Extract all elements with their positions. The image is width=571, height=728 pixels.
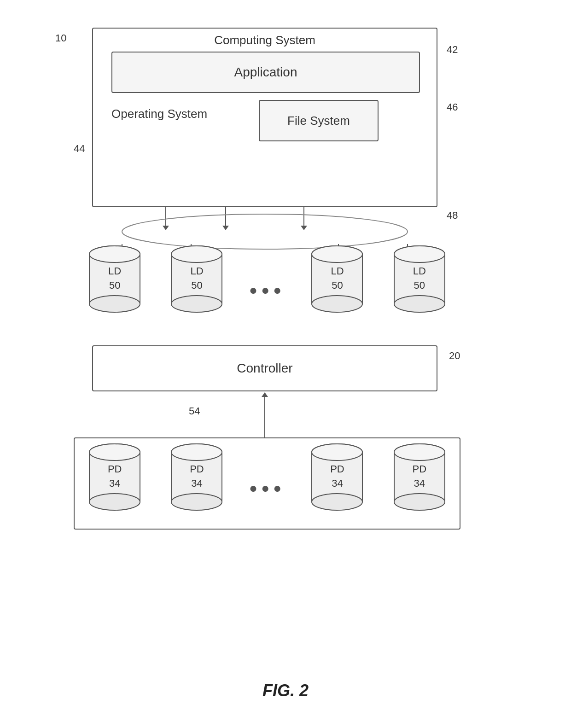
- pd-dots: ●●●: [249, 480, 285, 496]
- controller-box: Controller: [92, 345, 437, 391]
- svg-marker-22: [262, 392, 268, 397]
- svg-point-30: [171, 296, 222, 312]
- file-system-box: File System: [259, 100, 379, 141]
- pd-cylinders-row: PD34 PD34 ●●● PD34: [74, 442, 460, 511]
- svg-marker-10: [301, 226, 307, 230]
- diagram: Computing System Application Operating S…: [46, 18, 525, 672]
- svg-point-50: [312, 494, 362, 510]
- ref-48: 48: [447, 210, 458, 221]
- svg-point-46: [171, 494, 222, 510]
- svg-point-31: [171, 246, 222, 262]
- ld-cylinder-1: LD50: [85, 244, 145, 313]
- ld-cylinder-2: LD50: [167, 244, 227, 313]
- svg-point-27: [89, 246, 140, 262]
- ld-dots: ●●●: [249, 282, 285, 298]
- svg-point-54: [394, 494, 445, 510]
- pd-cylinder-2: PD34: [167, 442, 227, 511]
- pd-cylinder-3: PD34: [307, 442, 367, 511]
- ref-44: 44: [74, 143, 85, 155]
- ref-10: 10: [55, 32, 66, 44]
- svg-point-47: [171, 444, 222, 460]
- svg-marker-7: [222, 226, 229, 230]
- ld-cylinders-row: LD50 LD50 ●●● LD50: [74, 244, 460, 313]
- ld-cylinder-3: LD50: [307, 244, 367, 313]
- computing-system-label: Computing System: [93, 33, 437, 47]
- svg-point-42: [89, 494, 140, 510]
- svg-point-38: [394, 296, 445, 312]
- ref-54: 54: [189, 405, 200, 417]
- controller-label: Controller: [237, 361, 292, 376]
- figure-label: FIG. 2: [262, 681, 309, 700]
- ld-cylinder-4: LD50: [390, 244, 449, 313]
- svg-point-51: [312, 444, 362, 460]
- svg-point-43: [89, 444, 140, 460]
- svg-point-34: [312, 296, 362, 312]
- pd-cylinder-1: PD34: [85, 442, 145, 511]
- application-label: Application: [234, 65, 297, 80]
- svg-marker-4: [163, 226, 169, 230]
- computing-system-box: Computing System Application Operating S…: [92, 28, 437, 207]
- operating-system-label: Operating System: [111, 107, 207, 121]
- ref-42: 42: [447, 44, 458, 56]
- application-box: Application: [111, 52, 420, 93]
- svg-point-55: [394, 444, 445, 460]
- file-system-label: File System: [287, 114, 350, 128]
- svg-point-26: [89, 296, 140, 312]
- pd-cylinder-4: PD34: [390, 442, 449, 511]
- ref-20: 20: [449, 350, 460, 362]
- ref-46: 46: [447, 101, 458, 113]
- svg-point-35: [312, 246, 362, 262]
- svg-point-39: [394, 246, 445, 262]
